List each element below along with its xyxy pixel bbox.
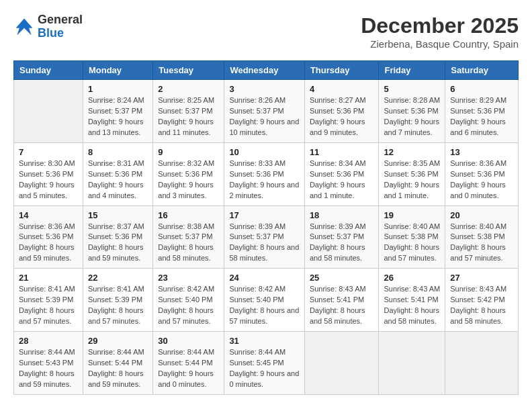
day-info: Sunrise: 8:38 AMSunset: 5:37 PMDaylight:… — [158, 222, 219, 265]
day-info: Sunrise: 8:44 AMSunset: 5:44 PMDaylight:… — [88, 347, 148, 390]
day-info: Sunrise: 8:43 AMSunset: 5:41 PMDaylight:… — [384, 284, 440, 327]
page-header: General Blue December 2025 Zierbena, Bas… — [13, 13, 519, 50]
day-info: Sunrise: 8:31 AMSunset: 5:36 PMDaylight:… — [88, 158, 148, 201]
table-row: 13Sunrise: 8:36 AMSunset: 5:36 PMDayligh… — [445, 142, 519, 205]
day-info: Sunrise: 8:43 AMSunset: 5:42 PMDaylight:… — [450, 284, 513, 327]
table-row: 30Sunrise: 8:44 AMSunset: 5:44 PMDayligh… — [153, 332, 224, 395]
svg-marker-0 — [16, 18, 33, 35]
table-row: 10Sunrise: 8:33 AMSunset: 5:36 PMDayligh… — [224, 142, 304, 205]
table-row: 3Sunrise: 8:26 AMSunset: 5:37 PMDaylight… — [224, 80, 304, 143]
table-row: 28Sunrise: 8:44 AMSunset: 5:43 PMDayligh… — [14, 332, 83, 395]
header-sunday: Sunday — [14, 61, 83, 80]
day-number: 23 — [158, 273, 219, 283]
day-number: 18 — [310, 210, 374, 220]
day-info: Sunrise: 8:41 AMSunset: 5:39 PMDaylight:… — [19, 284, 78, 327]
day-number: 12 — [384, 147, 440, 157]
day-number: 25 — [310, 273, 374, 283]
table-row: 15Sunrise: 8:37 AMSunset: 5:36 PMDayligh… — [83, 205, 152, 269]
day-number: 30 — [158, 336, 219, 346]
day-number: 22 — [88, 273, 148, 283]
table-row — [445, 332, 519, 395]
day-number: 31 — [229, 336, 299, 346]
table-row: 8Sunrise: 8:31 AMSunset: 5:36 PMDaylight… — [83, 142, 152, 205]
day-number: 2 — [158, 84, 219, 94]
header-monday: Monday — [83, 61, 152, 80]
day-number: 28 — [19, 336, 78, 346]
day-number: 1 — [88, 84, 148, 94]
table-row — [14, 80, 83, 143]
day-info: Sunrise: 8:28 AMSunset: 5:36 PMDaylight:… — [384, 95, 440, 138]
calendar-week-row: 7Sunrise: 8:30 AMSunset: 5:36 PMDaylight… — [14, 142, 519, 205]
day-info: Sunrise: 8:44 AMSunset: 5:45 PMDaylight:… — [229, 347, 299, 390]
table-row: 6Sunrise: 8:29 AMSunset: 5:36 PMDaylight… — [445, 80, 519, 143]
day-number: 3 — [229, 84, 299, 94]
table-row — [304, 332, 379, 395]
day-info: Sunrise: 8:43 AMSunset: 5:41 PMDaylight:… — [310, 284, 374, 327]
table-row: 4Sunrise: 8:27 AMSunset: 5:36 PMDaylight… — [304, 80, 379, 143]
day-number: 17 — [229, 210, 299, 220]
day-number: 16 — [158, 210, 219, 220]
day-info: Sunrise: 8:34 AMSunset: 5:36 PMDaylight:… — [310, 158, 374, 201]
table-row: 27Sunrise: 8:43 AMSunset: 5:42 PMDayligh… — [445, 269, 519, 332]
day-number: 24 — [229, 273, 299, 283]
table-row: 5Sunrise: 8:28 AMSunset: 5:36 PMDaylight… — [379, 80, 445, 143]
day-number: 9 — [158, 147, 219, 157]
table-row: 12Sunrise: 8:35 AMSunset: 5:36 PMDayligh… — [379, 142, 445, 205]
location-text: Zierbena, Basque Country, Spain — [361, 38, 519, 50]
day-info: Sunrise: 8:42 AMSunset: 5:40 PMDaylight:… — [229, 284, 299, 327]
logo-general-text: General — [38, 13, 83, 26]
day-number: 15 — [88, 210, 148, 220]
day-info: Sunrise: 8:26 AMSunset: 5:37 PMDaylight:… — [229, 95, 299, 138]
table-row: 17Sunrise: 8:39 AMSunset: 5:37 PMDayligh… — [224, 205, 304, 269]
day-number: 4 — [310, 84, 374, 94]
table-row: 29Sunrise: 8:44 AMSunset: 5:44 PMDayligh… — [83, 332, 152, 395]
day-number: 11 — [310, 147, 374, 157]
day-number: 13 — [450, 147, 513, 157]
day-number: 21 — [19, 273, 78, 283]
day-info: Sunrise: 8:40 AMSunset: 5:38 PMDaylight:… — [450, 222, 513, 265]
day-number: 5 — [384, 84, 440, 94]
calendar-week-row: 14Sunrise: 8:36 AMSunset: 5:36 PMDayligh… — [14, 205, 519, 269]
day-info: Sunrise: 8:30 AMSunset: 5:36 PMDaylight:… — [19, 158, 78, 201]
day-info: Sunrise: 8:36 AMSunset: 5:36 PMDaylight:… — [450, 158, 513, 201]
day-number: 29 — [88, 336, 148, 346]
header-saturday: Saturday — [445, 61, 519, 80]
day-info: Sunrise: 8:27 AMSunset: 5:36 PMDaylight:… — [310, 95, 374, 138]
day-number: 7 — [19, 147, 78, 157]
day-number: 6 — [450, 84, 513, 94]
day-info: Sunrise: 8:44 AMSunset: 5:44 PMDaylight:… — [158, 347, 219, 390]
table-row: 22Sunrise: 8:41 AMSunset: 5:39 PMDayligh… — [83, 269, 152, 332]
day-info: Sunrise: 8:37 AMSunset: 5:36 PMDaylight:… — [88, 222, 148, 265]
table-row: 1Sunrise: 8:24 AMSunset: 5:37 PMDaylight… — [83, 80, 152, 143]
day-info: Sunrise: 8:44 AMSunset: 5:43 PMDaylight:… — [19, 347, 78, 390]
table-row: 31Sunrise: 8:44 AMSunset: 5:45 PMDayligh… — [224, 332, 304, 395]
header-tuesday: Tuesday — [153, 61, 224, 80]
table-row: 25Sunrise: 8:43 AMSunset: 5:41 PMDayligh… — [304, 269, 379, 332]
day-number: 8 — [88, 147, 148, 157]
day-info: Sunrise: 8:29 AMSunset: 5:36 PMDaylight:… — [450, 95, 513, 138]
day-info: Sunrise: 8:33 AMSunset: 5:36 PMDaylight:… — [229, 158, 299, 201]
logo-text: General Blue — [38, 13, 83, 40]
title-block: December 2025 Zierbena, Basque Country, … — [361, 13, 519, 50]
day-number: 27 — [450, 273, 513, 283]
table-row: 7Sunrise: 8:30 AMSunset: 5:36 PMDaylight… — [14, 142, 83, 205]
day-info: Sunrise: 8:36 AMSunset: 5:36 PMDaylight:… — [19, 222, 78, 265]
table-row: 16Sunrise: 8:38 AMSunset: 5:37 PMDayligh… — [153, 205, 224, 269]
header-thursday: Thursday — [304, 61, 379, 80]
table-row: 18Sunrise: 8:39 AMSunset: 5:37 PMDayligh… — [304, 205, 379, 269]
day-info: Sunrise: 8:32 AMSunset: 5:36 PMDaylight:… — [158, 158, 219, 201]
logo-icon — [13, 16, 35, 38]
day-info: Sunrise: 8:40 AMSunset: 5:38 PMDaylight:… — [384, 222, 440, 265]
logo-blue-text: Blue — [38, 26, 64, 40]
day-number: 14 — [19, 210, 78, 220]
day-number: 10 — [229, 147, 299, 157]
table-row: 26Sunrise: 8:43 AMSunset: 5:41 PMDayligh… — [379, 269, 445, 332]
logo: General Blue — [13, 13, 83, 40]
calendar-week-row: 21Sunrise: 8:41 AMSunset: 5:39 PMDayligh… — [14, 269, 519, 332]
table-row: 24Sunrise: 8:42 AMSunset: 5:40 PMDayligh… — [224, 269, 304, 332]
table-row: 21Sunrise: 8:41 AMSunset: 5:39 PMDayligh… — [14, 269, 83, 332]
table-row: 11Sunrise: 8:34 AMSunset: 5:36 PMDayligh… — [304, 142, 379, 205]
table-row: 9Sunrise: 8:32 AMSunset: 5:36 PMDaylight… — [153, 142, 224, 205]
day-info: Sunrise: 8:25 AMSunset: 5:37 PMDaylight:… — [158, 95, 219, 138]
calendar-week-row: 28Sunrise: 8:44 AMSunset: 5:43 PMDayligh… — [14, 332, 519, 395]
